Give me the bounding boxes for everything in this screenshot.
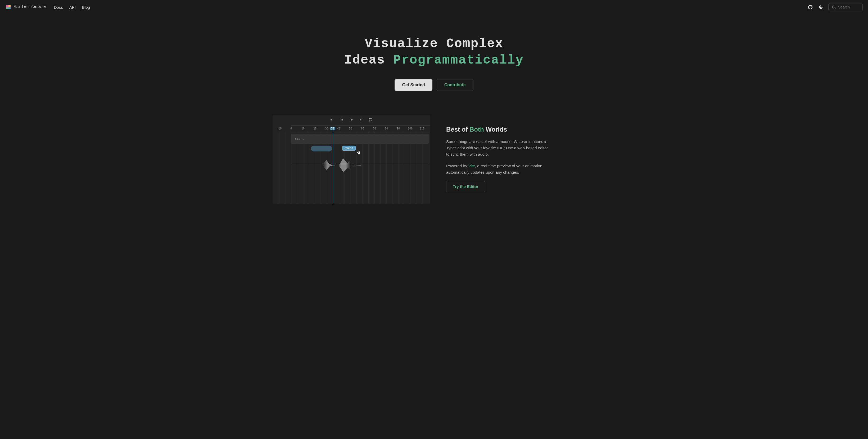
contribute-button[interactable]: Contribute bbox=[437, 79, 473, 91]
ruler-tick: 100 bbox=[408, 127, 412, 130]
waveform bbox=[291, 157, 429, 173]
svg-line-1 bbox=[835, 8, 835, 9]
hero: Visualize Complex Ideas Programmatically… bbox=[0, 14, 868, 104]
navbar: Motion Canvas Docs API Blog bbox=[0, 0, 868, 14]
get-started-button[interactable]: Get Started bbox=[395, 79, 432, 91]
ruler-tick: 10 bbox=[302, 127, 305, 130]
logo-icon bbox=[5, 4, 12, 10]
nav-api[interactable]: API bbox=[69, 5, 76, 9]
skip-forward-icon[interactable] bbox=[359, 117, 363, 122]
brand-text: Motion Canvas bbox=[14, 5, 46, 9]
loop-icon[interactable] bbox=[368, 117, 373, 122]
nav-links: Docs API Blog bbox=[54, 5, 90, 9]
hero-buttons: Get Started Contribute bbox=[5, 79, 863, 91]
svg-point-0 bbox=[833, 6, 835, 8]
editor-toolbar bbox=[273, 115, 430, 125]
search-input[interactable] bbox=[838, 5, 859, 9]
timeline-ruler[interactable]: -10 0 10 20 30 35 40 50 60 70 80 90 100 … bbox=[291, 125, 430, 132]
hand-cursor-icon bbox=[356, 150, 361, 155]
scene-bar[interactable]: scene bbox=[291, 134, 429, 144]
ruler-tick: 0 bbox=[290, 127, 292, 130]
search-box[interactable] bbox=[828, 3, 863, 11]
nav-docs[interactable]: Docs bbox=[54, 5, 63, 9]
try-editor-button[interactable]: Try the Editor bbox=[446, 181, 485, 192]
play-icon[interactable] bbox=[349, 117, 354, 122]
feature-title: Best of Both Worlds bbox=[446, 126, 552, 133]
ruler-tick: 110 bbox=[420, 127, 425, 130]
ruler-tick: 30 bbox=[325, 127, 329, 130]
scene-label: scene bbox=[295, 137, 304, 141]
timeline-body: scene event bbox=[273, 132, 430, 204]
nav-right bbox=[807, 3, 863, 11]
event-track[interactable] bbox=[311, 146, 332, 151]
search-icon bbox=[832, 5, 836, 9]
ruler-highlight: 35 bbox=[330, 127, 335, 130]
event-badge[interactable]: event bbox=[342, 146, 356, 151]
feature-text: Best of Both Worlds Some things are easi… bbox=[446, 126, 552, 192]
hero-title: Visualize Complex Ideas Programmatically bbox=[5, 35, 863, 68]
ruler-tick: 70 bbox=[373, 127, 376, 130]
ruler-tick: 60 bbox=[361, 127, 364, 130]
skip-back-icon[interactable] bbox=[340, 117, 344, 122]
ruler-tick: 20 bbox=[313, 127, 316, 130]
feature-para2: Powered by Vite, a real-time preview of … bbox=[446, 163, 552, 176]
volume-icon[interactable] bbox=[330, 117, 335, 122]
logo-area[interactable]: Motion Canvas bbox=[5, 4, 46, 10]
feature-para1: Some things are easier with a mouse. Wri… bbox=[446, 139, 552, 157]
feature-section: -10 0 10 20 30 35 40 50 60 70 80 90 100 … bbox=[262, 115, 606, 204]
hero-line1: Visualize Complex bbox=[365, 36, 503, 51]
ruler-tick: -10 bbox=[277, 127, 282, 130]
hero-line2a: Ideas bbox=[344, 53, 393, 67]
github-icon[interactable] bbox=[807, 4, 813, 10]
nav-blog[interactable]: Blog bbox=[82, 5, 90, 9]
ruler-tick: 50 bbox=[349, 127, 352, 130]
hero-line2-accent: Programmatically bbox=[393, 53, 524, 67]
ruler-tick: 90 bbox=[397, 127, 400, 130]
vite-link[interactable]: Vite bbox=[468, 164, 475, 168]
editor-preview: -10 0 10 20 30 35 40 50 60 70 80 90 100 … bbox=[273, 115, 430, 204]
ruler-tick: 80 bbox=[385, 127, 388, 130]
theme-toggle-icon[interactable] bbox=[818, 4, 824, 10]
ruler-tick: 40 bbox=[337, 127, 340, 130]
